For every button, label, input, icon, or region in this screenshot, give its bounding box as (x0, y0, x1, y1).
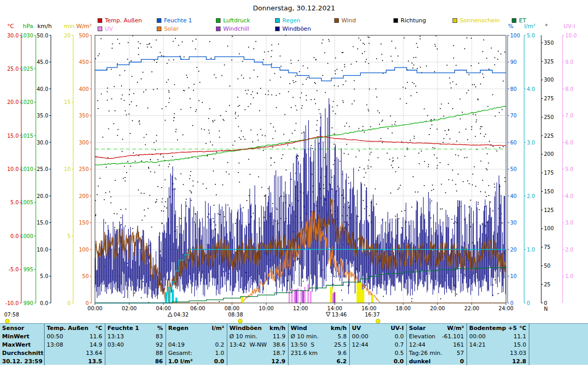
stats-row-filler (529, 340, 588, 349)
svg-text:9.0: 9.0 (565, 59, 573, 65)
svg-text:275: 275 (544, 96, 554, 101)
svg-text:100: 100 (79, 247, 89, 253)
stats-cell-feuchte-1: 03:4092 (105, 340, 166, 349)
svg-text:50: 50 (510, 166, 517, 172)
svg-text:0: 0 (544, 300, 547, 306)
legend-swatch-icon (98, 27, 102, 31)
svg-text:100: 100 (544, 226, 554, 231)
svg-text:1025: 1025 (20, 66, 33, 72)
moonset-icon (326, 312, 330, 316)
svg-text:5.0: 5.0 (10, 200, 19, 205)
stats-cell-bodentemp-5: 13.03 (467, 349, 529, 357)
stats-header-solar: SolarW/m² (407, 324, 467, 332)
stats-cell-solar: dunkel0 (407, 357, 467, 365)
axis-hpa: 1030102510201015101010051000995990 (20, 33, 36, 306)
legend-swatch-icon (216, 18, 221, 23)
axis-kmh: 50.045.040.035.030.025.020.015.010.05.00… (37, 33, 51, 306)
svg-text:08:00: 08:00 (225, 306, 240, 311)
axis-percent: 1009080706050403020100 (508, 33, 520, 306)
stats-cell-bodentemp-5: 14:2115.0 (467, 340, 529, 349)
svg-text:300: 300 (544, 77, 554, 83)
svg-text:150: 150 (544, 189, 554, 194)
svg-text:10:00: 10:00 (259, 306, 274, 311)
svg-text:30: 30 (510, 220, 517, 226)
sunrise-sun-icon (238, 319, 242, 323)
svg-text:200: 200 (544, 151, 554, 157)
stats-table: SensorTemp. Außen°CFeuchte 1%Regenl/m²Wi… (0, 323, 588, 365)
stats-cell-solar: 12:44161 (407, 340, 467, 349)
svg-text:20: 20 (64, 33, 71, 38)
svg-text:40: 40 (510, 193, 517, 199)
svg-text:80: 80 (510, 86, 517, 92)
legend-item-et: ET (512, 16, 571, 24)
svg-text:2.0: 2.0 (565, 247, 573, 253)
stats-cell-windb-en: Ø 10 min.11.9 (227, 332, 289, 340)
stats-cell-feuchte-1: 13:1383 (105, 332, 166, 340)
sonnenschein-bars (241, 282, 374, 303)
svg-text:175: 175 (544, 170, 554, 176)
svg-text:30.0: 30.0 (7, 33, 19, 38)
stats-header-sensor: Sensor (0, 324, 45, 332)
svg-text:150: 150 (79, 220, 89, 226)
svg-text:20.0: 20.0 (37, 193, 48, 199)
stats-header-uv: UVUV-I (350, 324, 407, 332)
stats-cell-temp-au-en: 13.5 (45, 357, 105, 365)
stats-cell-windb-en: 12.9 (227, 357, 289, 365)
stats-cell-uv: 12:440.7 (350, 340, 407, 349)
legend-swatch-icon (98, 18, 102, 23)
svg-text:4.0: 4.0 (527, 86, 535, 92)
legend-item-wind: Wind (334, 16, 393, 24)
stats-cell-solar: Elevation-61.101 (407, 332, 467, 340)
stats-cell-wind: 6.2 (289, 357, 350, 365)
svg-text:10: 10 (64, 166, 71, 172)
svg-text:18:00: 18:00 (396, 306, 411, 311)
legend-item-label: Wind (341, 17, 356, 24)
stats-row-name: MinWert (0, 332, 45, 340)
svg-text:10.0: 10.0 (7, 166, 19, 172)
svg-text:1.0: 1.0 (527, 247, 535, 253)
sun-moon-markers: 07:5804:3208:3813:4616:37 (4, 312, 380, 323)
legend-item-label: Regen (282, 17, 300, 24)
legend-item-regen: Regen (275, 16, 334, 24)
svg-text:-10.0: -10.0 (5, 300, 19, 306)
svg-text:25: 25 (544, 282, 551, 287)
svg-text:3.0: 3.0 (527, 140, 535, 146)
svg-text:50: 50 (82, 273, 89, 279)
sunrise-time: 08:38 (228, 312, 243, 318)
legend-item-label: Feuchte 1 (164, 17, 192, 24)
stats-cell-wind: 231.6 km9.6 (289, 349, 350, 357)
sunset-sun-icon (376, 319, 380, 323)
svg-text:12:00: 12:00 (293, 306, 308, 311)
legend-item-feuchte-1: Feuchte 1 (157, 16, 216, 24)
svg-text:24:00: 24:00 (499, 306, 514, 311)
legend-swatch-icon (453, 18, 457, 23)
svg-text:20:00: 20:00 (430, 306, 445, 311)
svg-text:50.0: 50.0 (37, 33, 48, 38)
svg-text:15.0: 15.0 (7, 133, 19, 139)
stats-cell-bodentemp-5: 00:0011.1 (467, 332, 529, 340)
stats-header-wind: Windkm/h (289, 324, 350, 332)
svg-text:14:00: 14:00 (327, 306, 343, 311)
page-title: Donnerstag, 30.12.2021 (0, 4, 588, 12)
stats-header-temp-au-en: Temp. Außen°C (45, 324, 105, 332)
legend-item-label: Sonnenschein (460, 17, 500, 24)
axis-wm2: 500450400350300250200150100500 (79, 33, 91, 306)
moonrise-icon (168, 312, 172, 316)
svg-text:02:00: 02:00 (122, 306, 137, 311)
weather-chart: 30.025.020.015.010.05.00.0-5.0-10.010301… (0, 31, 588, 323)
axis-min: 20151050 (64, 33, 73, 306)
svg-text:75: 75 (544, 244, 551, 250)
svg-text:25.0: 25.0 (37, 166, 48, 172)
svg-text:5.0: 5.0 (565, 166, 573, 172)
svg-text:995: 995 (23, 267, 33, 272)
legend-swatch-icon (275, 18, 280, 23)
legend-item-richtung: Richtung (393, 16, 453, 24)
svg-text:70: 70 (510, 113, 517, 118)
dawn-time: 07:58 (4, 312, 19, 318)
svg-text:500: 500 (79, 33, 89, 38)
svg-text:8.0: 8.0 (565, 86, 573, 92)
svg-text:4.0: 4.0 (565, 193, 573, 199)
svg-text:10: 10 (510, 273, 517, 279)
stats-cell-windb-en: 18.7 (227, 349, 289, 357)
weather-chart-page: Donnerstag, 30.12.2021 Temp. AußenFeucht… (0, 0, 588, 370)
